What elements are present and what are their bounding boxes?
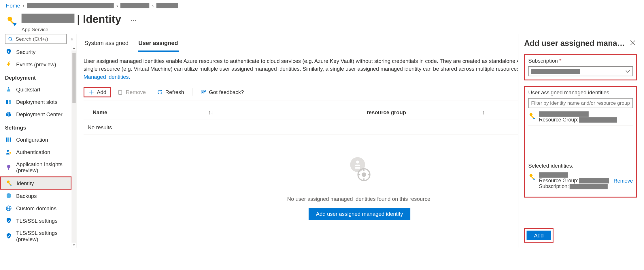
svg-rect-16 xyxy=(8,168,9,170)
flyout-add-button[interactable]: Add xyxy=(526,231,551,240)
globe-icon xyxy=(5,205,12,212)
sort-icon[interactable]: ↑ xyxy=(482,109,485,115)
sidebar-scrollbar[interactable]: ▴ ▾ xyxy=(71,46,76,248)
col-header-rg[interactable]: resource group xyxy=(367,109,406,115)
svg-point-0 xyxy=(7,17,12,21)
scroll-up-arrow[interactable]: ▴ xyxy=(71,46,76,50)
sidebar-item-authentication[interactable]: Authentication xyxy=(0,146,71,158)
feedback-button-label: Got feedback? xyxy=(209,89,244,95)
resource-group-label: Resource Group: xyxy=(539,178,579,183)
selected-identity-item: Resource Group: Subscription: Remove xyxy=(528,172,633,192)
search-input[interactable]: Search (Ctrl+/) xyxy=(5,34,67,44)
add-button[interactable]: Add xyxy=(84,87,111,97)
configuration-icon xyxy=(5,136,12,143)
breadcrumb-home[interactable]: Home xyxy=(6,3,20,9)
breadcrumb-sep: › xyxy=(116,3,118,9)
breadcrumb-item-redacted-3[interactable] xyxy=(156,3,178,8)
sidebar-item-identity[interactable]: Identity xyxy=(0,177,71,190)
resource-group-label: Resource Group: xyxy=(539,117,579,123)
add-identity-flyout: Add user assigned managed i… Subscriptio… xyxy=(518,34,642,248)
feedback-icon xyxy=(200,89,207,95)
add-identity-cta-button[interactable]: Add user assigned managed identity xyxy=(309,208,411,220)
svg-marker-19 xyxy=(10,185,12,186)
identities-label: User assigned managed identities xyxy=(528,89,633,96)
col-header-name[interactable]: Name xyxy=(93,109,107,115)
sidebar-item-label: Authentication xyxy=(16,149,50,155)
svg-point-42 xyxy=(530,113,532,116)
close-icon xyxy=(630,40,635,46)
sidebar-item-configuration[interactable]: Configuration xyxy=(0,133,71,146)
flyout-title: Add user assigned managed i… xyxy=(524,39,628,48)
collapse-sidebar-button[interactable]: « xyxy=(69,35,75,43)
sidebar-item-deployment-slots[interactable]: Deployment slots xyxy=(0,96,71,108)
svg-point-7 xyxy=(8,87,9,88)
shield-icon xyxy=(5,217,12,224)
sub-value-redacted xyxy=(570,184,608,189)
breadcrumb-item-redacted-1[interactable] xyxy=(27,3,114,8)
search-placeholder: Search (Ctrl+/) xyxy=(16,36,48,42)
refresh-icon xyxy=(156,89,163,95)
sidebar-item-label: Application Insights (preview) xyxy=(16,161,66,173)
feedback-button[interactable]: Got feedback? xyxy=(196,87,248,97)
svg-marker-47 xyxy=(533,179,535,180)
sidebar-item-deployment-center[interactable]: Deployment Center xyxy=(0,108,71,121)
svg-rect-26 xyxy=(119,91,122,94)
scroll-down-arrow[interactable]: ▾ xyxy=(71,243,76,247)
remove-identity-link[interactable]: Remove xyxy=(614,178,633,184)
resource-type-subtitle: App Service xyxy=(22,27,138,32)
flyout-close-button[interactable] xyxy=(628,38,637,48)
title-more-button[interactable]: ··· xyxy=(129,16,138,25)
svg-rect-10 xyxy=(6,138,7,142)
breadcrumb-item-redacted-2[interactable] xyxy=(120,3,149,8)
sidebar-item-backups[interactable]: Backups xyxy=(0,190,71,202)
quickstart-icon xyxy=(5,86,12,93)
svg-point-15 xyxy=(7,165,10,168)
rg-value-redacted xyxy=(579,117,617,123)
breadcrumb: Home › › › xyxy=(0,0,642,9)
sort-icon[interactable]: ↑↓ xyxy=(208,109,214,115)
tab-system-assigned[interactable]: System assigned xyxy=(84,36,129,52)
flyout-add-button-wrapper: Add xyxy=(524,228,554,243)
sidebar-item-label: Backups xyxy=(16,193,37,199)
sidebar-item-custom-domains[interactable]: Custom domains xyxy=(0,202,71,215)
svg-rect-1 xyxy=(10,20,14,24)
svg-rect-8 xyxy=(6,100,8,104)
subscription-label: Subscription xyxy=(528,58,558,64)
svg-point-29 xyxy=(202,90,203,92)
sidebar-item-application-insights[interactable]: Application Insights (preview) xyxy=(0,158,71,176)
search-icon xyxy=(8,36,13,42)
shield-icon xyxy=(5,233,12,239)
backups-icon xyxy=(5,193,12,199)
identity-filter-input[interactable] xyxy=(528,98,633,108)
subscription-dropdown[interactable] xyxy=(528,66,633,76)
sidebar-item-security[interactable]: Security xyxy=(0,46,71,58)
add-button-label: Add xyxy=(97,89,106,95)
svg-rect-11 xyxy=(8,138,9,142)
sidebar-nav: Security Events (preview) Deployment Qui… xyxy=(0,46,71,248)
sidebar-item-tls-ssl[interactable]: TLS/SSL settings xyxy=(0,215,71,227)
command-separator xyxy=(192,88,192,96)
svg-rect-9 xyxy=(9,100,11,104)
page-header: | Identity ··· App Service xyxy=(0,9,642,34)
svg-point-31 xyxy=(356,160,359,163)
identity-list-item[interactable]: Resource Group: xyxy=(528,111,633,125)
sidebar-item-label: Quickstart xyxy=(16,86,40,93)
remove-button-label: Remove xyxy=(126,89,146,95)
svg-point-17 xyxy=(7,181,10,183)
trash-icon xyxy=(117,89,123,95)
flyout-identities-section: User assigned managed identities Resourc… xyxy=(524,86,637,198)
sidebar-item-label: Deployment slots xyxy=(16,99,57,105)
scroll-thumb[interactable] xyxy=(72,53,75,103)
sidebar-item-tls-ssl-preview[interactable]: TLS/SSL settings (preview) xyxy=(0,227,71,245)
sidebar-section-settings: Settings xyxy=(0,121,71,134)
sidebar-item-label: Identity xyxy=(16,180,34,186)
sidebar-item-events[interactable]: Events (preview) xyxy=(0,58,71,70)
identity-icon xyxy=(6,180,12,186)
rg-value-redacted xyxy=(579,178,609,183)
refresh-button[interactable]: Refresh xyxy=(152,87,189,97)
sidebar-item-quickstart[interactable]: Quickstart xyxy=(0,83,71,96)
tab-user-assigned[interactable]: User assigned xyxy=(137,36,179,52)
required-asterisk: * xyxy=(559,58,561,64)
svg-marker-2 xyxy=(13,23,16,26)
sidebar-item-label: Deployment Center xyxy=(16,111,63,117)
